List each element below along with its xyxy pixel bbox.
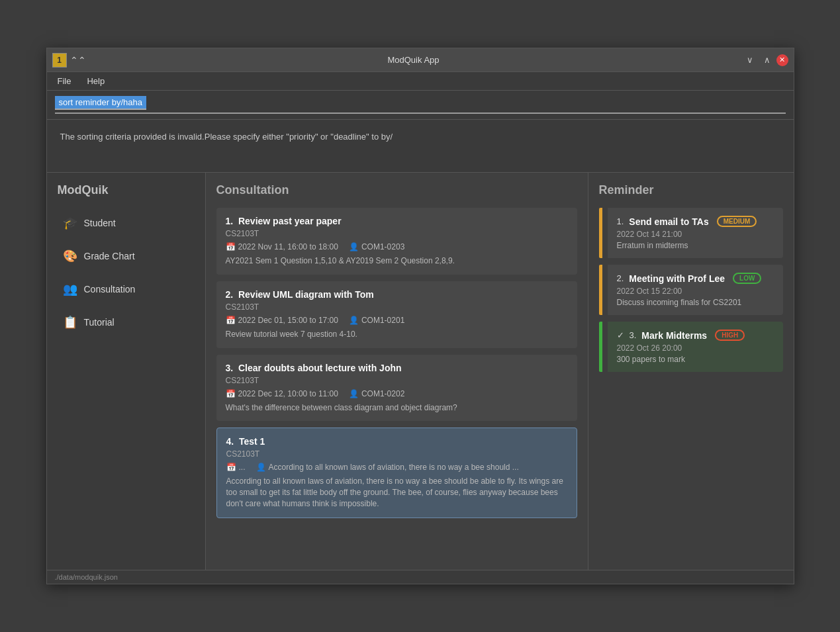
app-icon: 1	[52, 53, 67, 68]
consult-meta-1: 📅 2022 Nov 11, 16:00 to 18:00 👤 COM1-020…	[226, 242, 568, 251]
window-controls: ∨ ∧ ✕	[742, 52, 788, 68]
status-path: ./data/modquik.json	[55, 573, 118, 581]
consult-title-2: 2. Review UML diagram with Tom	[226, 289, 568, 300]
consult-title-1: 1. Review past year paper	[226, 216, 568, 226]
consult-date-3: 📅 2022 Dec 12, 10:00 to 11:00	[226, 389, 338, 398]
consult-module-4: CS2103T	[226, 449, 567, 459]
consult-location-2: 👤 COM1-0201	[349, 316, 404, 325]
window-title: ModQuik App	[85, 55, 742, 65]
priority-bar-2	[599, 265, 602, 315]
reminder-header-2: 2. Meeting with Prof Lee LOW	[617, 273, 774, 284]
command-bar: sort reminder by/haha	[47, 91, 794, 120]
consult-meta-4: 📅 ... 👤 According to all known laws of a…	[226, 463, 567, 472]
collapse-button[interactable]: ⌃⌃	[71, 53, 85, 68]
command-input[interactable]: sort reminder by/haha	[55, 96, 146, 110]
consult-meta-2: 📅 2022 Dec 01, 15:00 to 17:00 👤 COM1-020…	[226, 316, 568, 325]
sidebar-item-label-tutorial: Tutorial	[84, 317, 115, 328]
reminder-desc-1: Erratum in midterms	[617, 241, 774, 250]
reminder-badge-2: LOW	[733, 273, 761, 284]
reminder-content-1: 1. Send email to TAs MEDIUM 2022 Oct 14 …	[608, 208, 783, 258]
consult-desc-1: AY2021 Sem 1 Question 1,5,10 & AY2019 Se…	[226, 255, 568, 267]
sidebar-item-grade-chart[interactable]: 🎨 Grade Chart	[52, 241, 200, 271]
consult-card-4[interactable]: 4. Test 1 CS2103T 📅 ... 👤 According to a…	[216, 428, 577, 518]
consult-date-1: 📅 2022 Nov 11, 16:00 to 18:00	[226, 242, 338, 251]
reminder-badge-3: HIGH	[715, 330, 745, 341]
sidebar: ModQuik 🎓 Student 🎨 Grade Chart 👥 Consul…	[47, 173, 206, 570]
reminder-desc-3: 300 papers to mark	[617, 355, 774, 364]
consult-card-1[interactable]: 1. Review past year paper CS2103T 📅 2022…	[216, 208, 577, 275]
sidebar-title: ModQuik	[52, 183, 200, 197]
reminder-title: Reminder	[599, 183, 783, 197]
reminder-desc-2: Discuss incoming finals for CS2201	[617, 298, 774, 307]
consult-location-4: 👤 According to all known laws of aviatio…	[256, 463, 519, 472]
consult-module-2: CS2103T	[226, 302, 568, 312]
consult-desc-3: What's the difference between class diag…	[226, 402, 568, 414]
consult-title-3: 3. Clear doubts about lecture with John	[226, 363, 568, 373]
main-content: ModQuik 🎓 Student 🎨 Grade Chart 👥 Consul…	[47, 173, 794, 570]
calendar-icon-1: 📅	[226, 242, 236, 251]
consult-location-3: 👤 COM1-0202	[349, 389, 404, 398]
consult-meta-3: 📅 2022 Dec 12, 10:00 to 11:00 👤 COM1-020…	[226, 389, 568, 398]
calendar-icon-4: 📅	[226, 463, 236, 472]
consult-date-4: 📅 ...	[226, 463, 246, 472]
person-icon-4: 👤	[256, 463, 266, 472]
reminder-header-1: 1. Send email to TAs MEDIUM	[617, 216, 774, 227]
sidebar-item-student[interactable]: 🎓 Student	[52, 208, 200, 238]
person-icon-3: 👤	[349, 389, 359, 398]
student-icon: 🎓	[63, 216, 77, 230]
reminder-date-3: 2022 Oct 26 20:00	[617, 343, 774, 353]
sidebar-item-label-grade-chart: Grade Chart	[84, 251, 135, 261]
consult-desc-4: According to all known laws of aviation,…	[226, 476, 567, 509]
titlebar: 1 ⌃⌃ ModQuik App ∨ ∧ ✕	[47, 48, 794, 72]
consult-card-2[interactable]: 2. Review UML diagram with Tom CS2103T 📅…	[216, 281, 577, 348]
menu-file[interactable]: File	[55, 75, 74, 87]
menu-help[interactable]: Help	[84, 75, 107, 87]
tutorial-icon: 📋	[63, 315, 77, 330]
checkmark-icon-3: ✓	[617, 330, 624, 340]
reminder-date-1: 2022 Oct 14 21:00	[617, 230, 774, 239]
reminder-panel: Reminder 1. Send email to TAs MEDIUM 202…	[588, 173, 794, 570]
reminder-badge-1: MEDIUM	[717, 216, 757, 227]
consult-location-1: 👤 COM1-0203	[349, 242, 404, 251]
grade-chart-icon: 🎨	[63, 249, 77, 263]
reminder-content-3: ✓ 3. Mark Midterms HIGH 2022 Oct 26 20:0…	[608, 322, 783, 372]
consult-card-3[interactable]: 3. Clear doubts about lecture with John …	[216, 355, 577, 422]
reminder-date-2: 2022 Oct 15 22:00	[617, 287, 774, 296]
consultation-panel: Consultation 1. Review past year paper C…	[206, 173, 588, 570]
sidebar-item-label-student: Student	[84, 218, 116, 228]
sidebar-item-label-consultation: Consultation	[84, 284, 136, 294]
consult-title-4: 4. Test 1	[226, 436, 567, 447]
sidebar-item-tutorial[interactable]: 📋 Tutorial	[52, 307, 200, 338]
reminder-item-2[interactable]: 2. Meeting with Prof Lee LOW 2022 Oct 15…	[599, 265, 783, 315]
reminder-header-3: ✓ 3. Mark Midterms HIGH	[617, 330, 774, 341]
person-icon-2: 👤	[349, 316, 359, 325]
consult-module-3: CS2103T	[226, 376, 568, 385]
statusbar: ./data/modquik.json	[47, 570, 794, 584]
reminder-item-1[interactable]: 1. Send email to TAs MEDIUM 2022 Oct 14 …	[599, 208, 783, 258]
restore-button[interactable]: ∧	[759, 52, 775, 68]
sidebar-item-consultation[interactable]: 👥 Consultation	[52, 274, 200, 304]
calendar-icon-3: 📅	[226, 389, 236, 398]
consult-date-2: 📅 2022 Dec 01, 15:00 to 17:00	[226, 316, 338, 325]
error-area: The sorting criteria provided is invalid…	[47, 120, 794, 173]
minimize-button[interactable]: ∨	[742, 52, 758, 68]
app-window: 1 ⌃⌃ ModQuik App ∨ ∧ ✕ File Help sort re…	[46, 48, 794, 584]
consultation-title: Consultation	[216, 183, 577, 197]
person-icon-1: 👤	[349, 242, 359, 251]
consult-desc-2: Review tutorial week 7 question 4-10.	[226, 329, 568, 340]
close-button[interactable]: ✕	[776, 54, 788, 66]
priority-bar-3	[599, 322, 602, 372]
reminder-content-2: 2. Meeting with Prof Lee LOW 2022 Oct 15…	[608, 265, 783, 315]
error-message: The sorting criteria provided is invalid…	[60, 130, 780, 144]
consult-module-1: CS2103T	[226, 229, 568, 238]
reminder-item-3[interactable]: ✓ 3. Mark Midterms HIGH 2022 Oct 26 20:0…	[599, 322, 783, 372]
consultation-icon: 👥	[63, 282, 77, 296]
calendar-icon-2: 📅	[226, 316, 236, 325]
menubar: File Help	[47, 72, 794, 91]
priority-bar-1	[599, 208, 602, 258]
